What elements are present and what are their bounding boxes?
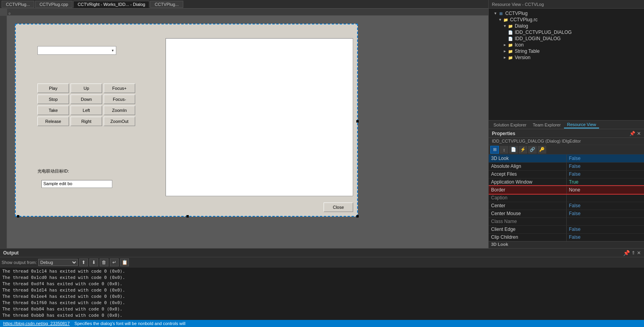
properties-table: 3D Look False Absolute Align False Accep… — [489, 154, 644, 241]
tree-arrow-rc: ▼ — [498, 18, 502, 22]
tree-label-cctvplug: CCTVPlug — [505, 11, 528, 16]
tree-arrow-icon: ► — [503, 43, 507, 47]
tree-item-idd-cctvplug[interactable]: 📄 IDD_CCTVPLUG_DIALOG — [490, 29, 642, 35]
output-btn-1[interactable]: ⬆ — [79, 258, 88, 266]
output-btn-2[interactable]: ⬇ — [89, 258, 98, 266]
prop-row-border[interactable]: Border None — [489, 186, 644, 194]
prop-tool-nav[interactable]: 🔗 — [528, 146, 537, 154]
output-maximize-icon[interactable]: ⇑ — [631, 250, 635, 256]
btn-take[interactable]: Take — [37, 106, 69, 115]
prop-row-caption[interactable]: Caption — [489, 194, 644, 202]
btn-release[interactable]: Release — [37, 117, 69, 126]
tree-arrow-dialog: ▼ — [503, 24, 507, 28]
dialog-label-2: Sample edit bo — [41, 180, 112, 188]
canvas-content[interactable]: ▼ Play Up Focus+ Stop — [7, 16, 488, 248]
btn-up[interactable]: Up — [71, 84, 102, 93]
tree-icon-cctvplug: ⊞ — [498, 11, 504, 16]
dropdown-arrow-icon: ▼ — [111, 49, 114, 52]
tab-team-explorer[interactable]: Team Explorer — [530, 122, 564, 128]
prop-bottom-label: 3D Look — [489, 241, 644, 248]
btn-focusminus[interactable]: Focus- — [104, 95, 135, 104]
prop-name-3dlook: 3D Look — [489, 154, 566, 162]
btn-play[interactable]: Play — [37, 84, 69, 93]
resource-tree[interactable]: ▼ ⊞ CCTVPlug ▼ 📁 CCTVPlug.rc ▼ 📁 Dialog — [489, 9, 644, 120]
output-btn-wrap[interactable]: ↵ — [110, 258, 119, 266]
output-btn-clear[interactable]: 🗑 — [100, 258, 108, 266]
tree-label-dialog: Dialog — [515, 23, 528, 29]
output-header: Output 📌 ⇑ ✕ — [0, 249, 644, 257]
prop-row-absalign[interactable]: Absolute Align False — [489, 162, 644, 170]
ruler-top: 0 — [7, 9, 488, 16]
close-props-icon[interactable]: ✕ — [637, 131, 641, 136]
prop-val-classname — [566, 217, 644, 225]
main-container: CCTVPlug... CCTVPlug.cpp CCTVRight - Wor… — [0, 0, 644, 327]
tree-item-stringtable[interactable]: ► 📁 String Table — [490, 48, 642, 54]
tree-item-version[interactable]: ► 📁 Version — [490, 54, 642, 61]
resource-tree-header: Resource View - CCTVLog — [489, 0, 644, 9]
prop-row-center[interactable]: Center False — [489, 202, 644, 210]
tab-resource-view[interactable]: Resource View — [564, 121, 599, 128]
btn-close[interactable]: Close — [324, 203, 353, 212]
prop-name-border: Border — [489, 186, 566, 194]
prop-row-acceptfiles[interactable]: Accept Files False — [489, 170, 644, 178]
ruler-left — [0, 16, 7, 248]
tab-solution-explorer[interactable]: Solution Explorer — [490, 122, 530, 128]
tab-2[interactable]: CCTVPlug.cpp — [35, 1, 73, 8]
tree-icon-version: 📁 — [508, 55, 513, 60]
output-close-icon[interactable]: ✕ — [637, 250, 641, 256]
sample-editbox[interactable]: Sample edit bo — [41, 180, 112, 188]
btn-zoomin[interactable]: ZoomIn — [104, 106, 135, 115]
prop-name-caption: Caption — [489, 194, 566, 202]
prop-tool-search[interactable]: 🔑 — [538, 146, 546, 154]
pin-icon[interactable]: 📌 — [629, 131, 635, 136]
tree-arrow-cctvplug: ▼ — [493, 11, 497, 15]
prop-row-centermouse[interactable]: Center Mouse False — [489, 210, 644, 217]
output-content[interactable]: The thread 0x1c14 has exited with code 0… — [0, 268, 644, 320]
btn-stop[interactable]: Stop — [37, 95, 69, 104]
tree-item-icon[interactable]: ► 📁 Icon — [490, 42, 642, 48]
output-pin-icon[interactable]: 📌 — [623, 250, 630, 256]
prop-row-appwindow[interactable]: Application Window True — [489, 178, 644, 186]
btn-right[interactable]: Right — [71, 117, 102, 126]
prop-tool-grid[interactable]: ⊞ — [490, 146, 499, 154]
tab-1[interactable]: CCTVPlug... — [2, 1, 34, 8]
tree-item-idd-login[interactable]: 📄 IDD_LOGIN_DIALOG — [490, 35, 642, 42]
prop-row-clientedge[interactable]: Client Edge False — [489, 225, 644, 233]
prop-scroll-area[interactable]: 3D Look False Absolute Align False Accep… — [489, 154, 644, 241]
btn-focusplus[interactable]: Focus+ — [104, 84, 135, 93]
prop-name-center: Center — [489, 202, 566, 210]
tab-4[interactable]: CCTVPlug... — [150, 1, 183, 8]
prop-row-classname[interactable]: Class Name — [489, 217, 644, 225]
tree-item-cctvplugrc[interactable]: ▼ 📁 CCTVPlug.rc — [490, 17, 642, 23]
resize-dot-br[interactable] — [356, 215, 359, 217]
resize-dot-mr[interactable] — [356, 120, 359, 123]
prop-val-clientedge: False — [566, 225, 644, 233]
output-line-3: The thread 0x1d14 has exited with code 0… — [2, 287, 642, 294]
prop-name-clientedge: Client Edge — [489, 225, 566, 233]
output-btn-copy[interactable]: 📋 — [120, 258, 129, 266]
btn-row-4: Release Right ZoomOut — [37, 117, 135, 126]
tree-item-dialog[interactable]: ▼ 📁 Dialog — [490, 23, 642, 29]
output-from-select[interactable]: Debug — [38, 259, 78, 266]
btn-down[interactable]: Down — [71, 95, 102, 104]
prop-tool-sort[interactable]: ↕ — [500, 146, 508, 154]
resource-tree-title: Resource View - CCTVLog — [492, 2, 544, 7]
btn-zoomout[interactable]: ZoomOut — [104, 117, 135, 126]
resize-dot-bm[interactable] — [186, 215, 189, 217]
prop-row-3dlook[interactable]: 3D Look False — [489, 154, 644, 162]
tree-label-stringtable: String Table — [515, 48, 540, 54]
prop-tool-pages[interactable]: 📄 — [509, 146, 518, 154]
resize-dot-bl[interactable] — [17, 215, 19, 217]
dialog-dropdown[interactable]: ▼ — [37, 46, 116, 55]
prop-row-clipchildren[interactable]: Clip Children False — [489, 233, 644, 241]
btn-left[interactable]: Left — [71, 106, 102, 115]
output-line-6: The thread 0xb04 has exited with code 0 … — [2, 306, 642, 312]
tree-icon-stringtable: 📁 — [508, 48, 513, 54]
prop-val-border: None — [566, 186, 644, 194]
tree-item-cctvplug[interactable]: ▼ ⊞ CCTVPlug — [490, 10, 642, 17]
status-url[interactable]: https://blog.csdn.net/qq_23350817 — [3, 321, 70, 326]
prop-tool-lightning[interactable]: ⚡ — [519, 146, 527, 154]
tree-label-icon: Icon — [515, 42, 524, 48]
buttons-grid: Play Up Focus+ Stop Down Focus- — [37, 84, 135, 128]
tab-3[interactable]: CCTVRight - Works_IDD... - Dialog — [73, 1, 150, 8]
